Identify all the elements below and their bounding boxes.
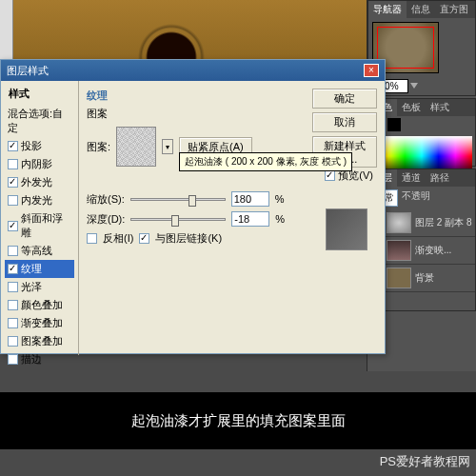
invert-checkbox[interactable] bbox=[87, 233, 97, 244]
zoom-slider-icon[interactable] bbox=[410, 83, 418, 89]
cancel-button[interactable]: 取消 bbox=[312, 112, 377, 132]
tab-styles[interactable]: 样式 bbox=[426, 99, 454, 116]
scale-label: 缩放(S): bbox=[87, 192, 125, 207]
style-item-描边[interactable]: 描边 bbox=[5, 350, 74, 368]
dialog-titlebar[interactable]: 图层样式 × bbox=[1, 60, 385, 81]
style-item-颜色叠加[interactable]: 颜色叠加 bbox=[5, 296, 74, 314]
link-checkbox[interactable] bbox=[139, 233, 149, 244]
tab-histogram[interactable]: 直方图 bbox=[435, 1, 473, 18]
style-checkbox[interactable] bbox=[8, 195, 18, 206]
depth-label: 深度(D): bbox=[87, 212, 125, 227]
style-checkbox[interactable] bbox=[8, 141, 18, 151]
invert-label: 反相(I) bbox=[103, 231, 133, 246]
depth-slider[interactable] bbox=[130, 218, 226, 221]
pattern-dropdown-icon[interactable]: ▾ bbox=[162, 139, 173, 154]
depth-input[interactable] bbox=[231, 211, 269, 227]
styles-header[interactable]: 样式 bbox=[5, 85, 74, 103]
pattern-label: 图案: bbox=[87, 140, 110, 154]
pattern-tooltip: 起泡油漆 ( 200 x 200 像素, 灰度 模式 ) bbox=[179, 152, 352, 171]
style-item-斜面和浮雕[interactable]: 斜面和浮雕 bbox=[5, 209, 74, 242]
scale-input[interactable] bbox=[231, 191, 269, 207]
tab-channels[interactable]: 通道 bbox=[397, 169, 426, 187]
style-checkbox[interactable] bbox=[8, 354, 18, 365]
caption-text: 起泡油漆才扩展里的填充图案里面 bbox=[0, 392, 476, 449]
preview-checkbox[interactable] bbox=[325, 170, 335, 181]
layer-style-dialog: 图层样式 × 样式 混合选项:自定 投影内阴影外发光内发光斜面和浮雕等高线纹理光… bbox=[0, 59, 386, 354]
layer-thumbnail bbox=[387, 240, 411, 261]
style-item-内发光[interactable]: 内发光 bbox=[5, 191, 74, 209]
style-item-投影[interactable]: 投影 bbox=[5, 137, 74, 155]
texture-settings: 纹理 图案 图案: ▾ 贴紧原点(A) 起泡油漆 ( 200 x 200 像素,… bbox=[79, 81, 385, 355]
watermark: PS爱好者教程网 bbox=[380, 453, 470, 470]
style-item-图案叠加[interactable]: 图案叠加 bbox=[5, 332, 74, 350]
link-label: 与图层链接(K) bbox=[155, 231, 222, 246]
style-checkbox[interactable] bbox=[8, 177, 18, 188]
layer-thumbnail bbox=[387, 212, 411, 233]
style-checkbox[interactable] bbox=[8, 336, 18, 347]
style-checkbox[interactable] bbox=[8, 318, 18, 328]
bg-swatch[interactable] bbox=[387, 118, 401, 131]
tab-paths[interactable]: 路径 bbox=[426, 169, 454, 187]
ok-button[interactable]: 确定 bbox=[312, 89, 377, 109]
style-item-纹理[interactable]: 纹理 bbox=[5, 260, 74, 278]
opacity-label: 不透明 bbox=[402, 189, 430, 207]
preview-swatch bbox=[326, 208, 367, 250]
style-item-等高线[interactable]: 等高线 bbox=[5, 242, 74, 260]
style-item-内阴影[interactable]: 内阴影 bbox=[5, 155, 74, 173]
style-checkbox[interactable] bbox=[8, 300, 18, 310]
tab-swatches[interactable]: 色板 bbox=[397, 99, 426, 116]
tab-navigator[interactable]: 导航器 bbox=[368, 1, 407, 18]
style-checkbox[interactable] bbox=[8, 246, 18, 256]
layer-thumbnail bbox=[387, 268, 411, 288]
dialog-title: 图层样式 bbox=[7, 64, 49, 78]
style-checkbox[interactable] bbox=[8, 282, 18, 292]
style-checkbox[interactable] bbox=[8, 159, 18, 169]
pattern-picker[interactable] bbox=[116, 127, 156, 167]
scale-slider[interactable] bbox=[130, 198, 226, 201]
style-item-外发光[interactable]: 外发光 bbox=[5, 173, 74, 191]
close-button[interactable]: × bbox=[364, 64, 379, 77]
tab-info[interactable]: 信息 bbox=[407, 1, 435, 18]
style-checkbox[interactable] bbox=[8, 264, 18, 274]
styles-list: 样式 混合选项:自定 投影内阴影外发光内发光斜面和浮雕等高线纹理光泽颜色叠加渐变… bbox=[1, 81, 79, 355]
style-item-渐变叠加[interactable]: 渐变叠加 bbox=[5, 314, 74, 332]
style-item-光泽[interactable]: 光泽 bbox=[5, 278, 74, 296]
style-checkbox[interactable] bbox=[8, 221, 18, 231]
blend-options[interactable]: 混合选项:自定 bbox=[5, 105, 74, 137]
